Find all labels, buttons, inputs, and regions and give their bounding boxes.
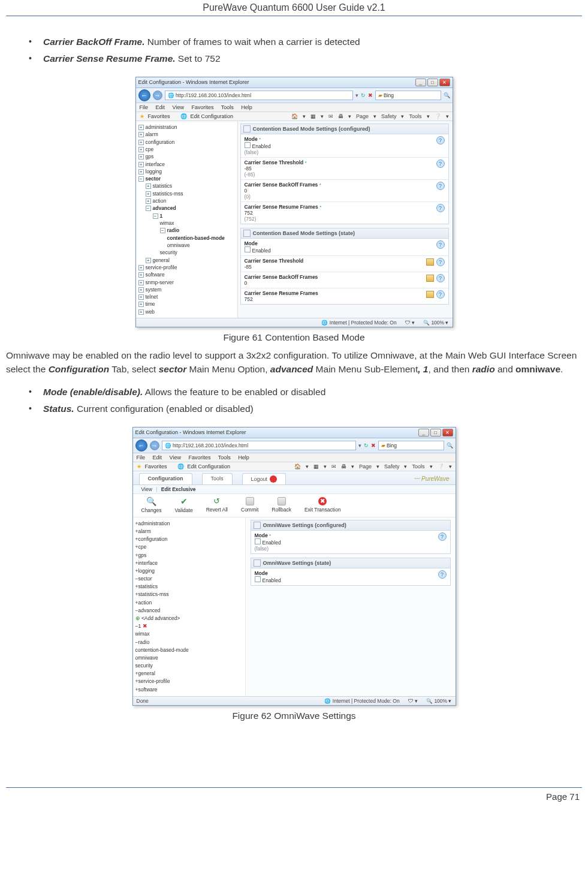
checkbox[interactable] (245, 246, 251, 252)
group-icon (243, 230, 251, 237)
read-mail-icon[interactable]: ✉ (328, 113, 333, 119)
window-title: Edit Configuration - Windows Internet Ex… (135, 429, 246, 435)
menu-file[interactable]: File (140, 104, 149, 110)
page-menu[interactable]: Page (359, 463, 372, 469)
minimize-button[interactable]: _ (418, 429, 429, 437)
favorites-star-icon[interactable]: ★ (140, 113, 144, 119)
menu-tools[interactable]: Tools (218, 454, 231, 460)
help-icon[interactable]: ? (436, 182, 445, 190)
minimize-button[interactable]: _ (415, 79, 426, 86)
tool-commit[interactable]: Commit (241, 497, 258, 513)
tool-revert-all[interactable]: ↺Revert All (206, 496, 228, 513)
bullet-item: Mode (enable/disable). Allows the featur… (29, 386, 582, 399)
tab-tools[interactable]: Tools (202, 473, 233, 484)
back-button[interactable]: ← (138, 89, 150, 101)
zoom-control[interactable]: 🔍 100% ▾ (426, 698, 452, 704)
page-icon: 🌐 (168, 92, 174, 98)
protected-mode-icon[interactable]: 🛡 ▾ (405, 320, 415, 326)
feeds-icon[interactable]: ▦ (310, 113, 316, 119)
search-box[interactable]: ▰ Bing (375, 91, 441, 100)
favorites-star-icon[interactable]: ★ (137, 463, 141, 469)
subtab-view[interactable]: View (141, 486, 152, 492)
tool-changes[interactable]: 🔍Changes (141, 496, 162, 513)
help-icon[interactable]: ❔ (438, 463, 444, 469)
stat-icon[interactable] (426, 275, 434, 282)
page-menu[interactable]: Page (356, 113, 369, 119)
menu-favorites[interactable]: Favorites (188, 454, 210, 460)
search-go-icon[interactable]: 🔍 (444, 92, 450, 98)
menu-favorites[interactable]: Favorites (191, 104, 213, 110)
checkbox[interactable] (255, 538, 261, 544)
close-button[interactable]: ✕ (439, 79, 450, 86)
help-icon[interactable]: ❔ (435, 113, 441, 119)
tool-validate[interactable]: ✔Validate (175, 496, 193, 513)
menu-file[interactable]: File (137, 454, 146, 460)
forward-button[interactable]: → (150, 441, 159, 450)
tools-menu[interactable]: Tools (412, 463, 424, 469)
menu-view[interactable]: View (173, 104, 184, 110)
menu-bar: File Edit View Favorites Tools Help (136, 103, 453, 112)
stat-icon[interactable] (426, 258, 434, 266)
safety-menu[interactable]: Safety (384, 463, 400, 469)
delete-icon[interactable]: ✖ (143, 623, 147, 629)
menu-view[interactable]: View (170, 454, 181, 460)
help-icon[interactable]: ? (438, 570, 447, 579)
term-desc: Number of frames to wait when a carrier … (144, 37, 360, 47)
menu-help[interactable]: Help (241, 104, 252, 110)
help-icon[interactable]: ? (436, 274, 445, 282)
help-icon[interactable]: ? (436, 159, 445, 168)
maximize-button[interactable]: □ (427, 79, 438, 86)
menu-edit[interactable]: Edit (156, 104, 165, 110)
field-row: Mode * Enabled (false) ? (241, 134, 448, 158)
address-bar[interactable]: 🌐 http://192.168.200.103/index.html (165, 91, 353, 100)
feeds-icon[interactable]: ▦ (313, 463, 319, 469)
menu-edit[interactable]: Edit (153, 454, 162, 460)
tab-icon: 🌐 (180, 113, 187, 119)
home-icon[interactable]: 🏠 (291, 113, 298, 119)
bullet-list-1: Carrier BackOff Frame. Number of frames … (29, 35, 582, 66)
field-row: Carrier Sense Threshold * -85(-85) ? (241, 158, 448, 180)
bullet-item: Status. Current configuration (enabled o… (29, 402, 582, 416)
tree-selected-omniwave[interactable]: omniwave (135, 654, 243, 662)
help-icon[interactable]: ? (438, 532, 447, 541)
back-button[interactable]: ← (135, 440, 147, 451)
stat-icon[interactable] (426, 291, 434, 298)
help-icon[interactable]: ? (436, 204, 445, 212)
help-icon[interactable]: ? (436, 240, 445, 249)
print-icon[interactable]: 🖶 (341, 463, 346, 469)
tab-configuration[interactable]: Configuration (139, 473, 192, 484)
zoom-control[interactable]: 🔍 100% ▾ (423, 320, 449, 326)
tab-title[interactable]: Edit Configuration (191, 113, 234, 119)
help-icon[interactable]: ? (436, 136, 445, 145)
help-icon[interactable]: ? (436, 290, 445, 299)
checkbox[interactable] (255, 576, 261, 582)
tool-exit-transaction[interactable]: ✖Exit Transaction (304, 497, 340, 513)
tools-menu[interactable]: Tools (409, 113, 421, 119)
action-toolbar: 🔍Changes ✔Validate ↺Revert All Commit Ro… (133, 494, 456, 517)
address-bar[interactable]: 🌐 http://192.168.200.103/index.html (162, 441, 356, 450)
menu-tools[interactable]: Tools (221, 104, 234, 110)
search-go-icon[interactable]: 🔍 (447, 443, 453, 448)
subtab-edit-exclusive[interactable]: Edit Exclusive (161, 486, 196, 492)
window-title: Edit Configuration - Windows Internet Ex… (138, 79, 249, 85)
menu-help[interactable]: Help (238, 454, 249, 460)
home-icon[interactable]: 🏠 (294, 463, 301, 469)
close-button[interactable]: ✕ (442, 429, 453, 437)
field-row: Carrier Sense Resume Frames * 752(752) ? (241, 202, 448, 224)
read-mail-icon[interactable]: ✉ (331, 463, 336, 469)
checkbox[interactable] (245, 142, 251, 148)
tab-title[interactable]: Edit Configuration (188, 463, 231, 469)
nav-tree[interactable]: +administration +alarm +configuration +c… (133, 517, 246, 696)
bing-icon: ▰ (378, 92, 382, 98)
tab-logout[interactable]: Logout (242, 473, 287, 484)
help-icon[interactable]: ? (436, 258, 445, 266)
forward-button[interactable]: → (153, 91, 162, 100)
field-row: Carrier Sense BackOff Frames * 0(0) ? (241, 180, 448, 202)
safety-menu[interactable]: Safety (381, 113, 397, 119)
figure-caption-62: Figure 62 OmniWave Settings (6, 711, 582, 721)
maximize-button[interactable]: □ (430, 429, 441, 437)
nav-tree[interactable]: +administration +alarm +configuration +c… (136, 121, 238, 318)
tool-rollback[interactable]: Rollback (272, 497, 291, 513)
search-box[interactable]: ▰ Bing (378, 441, 444, 450)
print-icon[interactable]: 🖶 (338, 113, 343, 119)
